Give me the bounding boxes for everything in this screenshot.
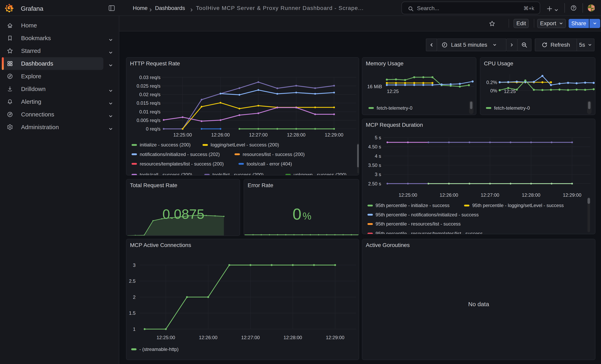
svg-text:3.50 s: 3.50 s (368, 163, 381, 168)
svg-text:12:25:00: 12:25:00 (157, 335, 175, 340)
svg-text:12:27:00: 12:27:00 (249, 132, 268, 138)
svg-text:5 s: 5 s (375, 135, 381, 140)
svg-text:0.025 req/s: 0.025 req/s (137, 83, 160, 89)
svg-text:0.02 req/s: 0.02 req/s (139, 92, 160, 97)
svg-text:0.01 req/s: 0.01 req/s (139, 109, 160, 114)
svg-text:12:25: 12:25 (387, 89, 399, 94)
svg-text:2.5: 2.5 (129, 278, 136, 284)
svg-text:12:25: 12:25 (504, 89, 516, 94)
svg-text:0.2%: 0.2% (486, 79, 497, 85)
svg-text:4.50 s: 4.50 s (368, 144, 381, 149)
svg-text:0.03 req/s: 0.03 req/s (139, 75, 160, 80)
svg-text:12:29:00: 12:29:00 (326, 335, 344, 340)
svg-text:12:26:00: 12:26:00 (440, 192, 458, 198)
svg-text:2.50 s: 2.50 s (368, 181, 381, 186)
svg-text:0.005 req/s: 0.005 req/s (137, 118, 160, 123)
svg-text:12:26:00: 12:26:00 (199, 335, 217, 340)
svg-text:12:25:00: 12:25:00 (173, 132, 192, 138)
svg-text:0 req/s: 0 req/s (146, 126, 160, 132)
svg-text:12:26:00: 12:26:00 (211, 132, 230, 138)
svg-text:3: 3 (133, 263, 136, 268)
svg-text:%: % (302, 211, 311, 222)
svg-text:4 s: 4 s (375, 153, 381, 159)
svg-text:12:29:00: 12:29:00 (563, 192, 581, 198)
svg-text:12:29:00: 12:29:00 (325, 132, 343, 138)
svg-text:1: 1 (133, 326, 136, 332)
svg-text:12:28:00: 12:28:00 (287, 132, 305, 138)
svg-text:2: 2 (133, 295, 136, 300)
svg-text:12:25:00: 12:25:00 (399, 192, 417, 198)
svg-text:12:27:00: 12:27:00 (241, 335, 260, 340)
svg-text:0.0875: 0.0875 (162, 207, 204, 222)
svg-text:16 MiB: 16 MiB (367, 84, 382, 89)
svg-text:0: 0 (292, 205, 301, 223)
svg-text:12:28:00: 12:28:00 (522, 192, 540, 198)
svg-text:12:28:00: 12:28:00 (284, 335, 302, 340)
svg-text:0%: 0% (490, 88, 497, 93)
svg-text:12:27:00: 12:27:00 (481, 192, 499, 198)
svg-text:1.5: 1.5 (129, 310, 136, 316)
svg-text:0.015 req/s: 0.015 req/s (137, 100, 160, 106)
svg-text:3 s: 3 s (375, 172, 381, 177)
